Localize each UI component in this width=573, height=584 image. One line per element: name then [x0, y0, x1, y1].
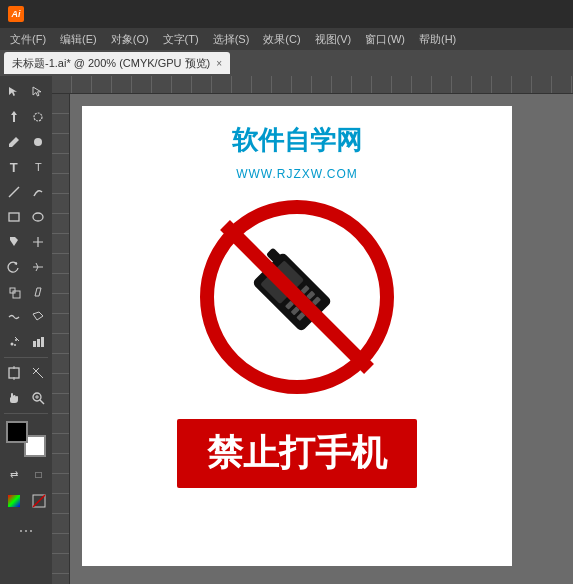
tool-row-hand	[2, 386, 50, 410]
svg-line-36	[225, 225, 369, 369]
site-name: 软件自学网	[232, 126, 362, 155]
tool-row-warp	[2, 305, 50, 329]
blob-brush-tool[interactable]	[27, 130, 51, 154]
shear-tool[interactable]	[27, 280, 51, 304]
menu-object[interactable]: 对象(O)	[105, 30, 155, 49]
site-url: WWW.RJZXW.COM	[236, 167, 358, 181]
rotate-tool[interactable]	[2, 255, 26, 279]
symbol-sprayer-tool[interactable]	[2, 330, 26, 354]
hand-tool[interactable]	[2, 386, 26, 410]
slice-tool[interactable]	[27, 361, 51, 385]
zoom-tool[interactable]	[27, 386, 51, 410]
tool-row-artboard	[2, 361, 50, 385]
column-graph-tool[interactable]	[27, 330, 51, 354]
ellipse-tool[interactable]	[27, 205, 51, 229]
svg-point-1	[34, 138, 42, 146]
canvas-surface: 软件自学网 WWW.RJZXW.COM	[82, 106, 512, 566]
menu-select[interactable]: 选择(S)	[207, 30, 256, 49]
artboard-tool[interactable]	[2, 361, 26, 385]
tool-row-pen	[2, 105, 50, 129]
no-phone-svg	[197, 197, 397, 397]
default-colors-button[interactable]: □	[27, 462, 50, 486]
ruler-top	[52, 76, 573, 94]
svg-rect-12	[41, 337, 44, 347]
tool-row-scale	[2, 280, 50, 304]
main-layout: T T	[0, 76, 573, 584]
pencil-tool[interactable]	[2, 130, 26, 154]
scale-tool[interactable]	[2, 280, 26, 304]
touch-type-tool[interactable]: T	[27, 155, 51, 179]
color-button[interactable]	[2, 489, 25, 513]
svg-rect-20	[8, 495, 20, 507]
pen-tool[interactable]	[2, 105, 26, 129]
swap-colors-button[interactable]: ⇄	[2, 462, 25, 486]
svg-point-9	[14, 344, 16, 346]
tool-row-swap: ⇄ □	[2, 462, 50, 486]
svg-rect-6	[13, 291, 20, 298]
tool-row-rotate	[2, 255, 50, 279]
menu-edit[interactable]: 编辑(E)	[54, 30, 103, 49]
tool-row-pencil	[2, 130, 50, 154]
canvas-area[interactable]: 软件自学网 WWW.RJZXW.COM	[52, 76, 573, 584]
menu-view[interactable]: 视图(V)	[309, 30, 358, 49]
red-banner: 禁止打手机	[177, 419, 417, 488]
svg-rect-11	[37, 339, 40, 347]
artwork-content: 软件自学网 WWW.RJZXW.COM	[177, 126, 417, 488]
free-transform-tool[interactable]	[27, 305, 51, 329]
svg-rect-10	[33, 341, 36, 347]
toolbar-divider-1	[4, 357, 48, 358]
tool-row-type: T T	[2, 155, 50, 179]
lasso-tool[interactable]	[27, 105, 51, 129]
toolbar-divider-2	[4, 413, 48, 414]
app-icon-label: Ai	[12, 9, 21, 19]
svg-point-7	[10, 343, 13, 346]
rectangle-tool[interactable]	[2, 205, 26, 229]
tool-row-paintbucket	[2, 230, 50, 254]
direct-selection-tool[interactable]	[27, 80, 51, 104]
more-tools-button[interactable]: ···	[2, 520, 50, 541]
tool-row-select	[2, 80, 50, 104]
svg-rect-3	[9, 213, 19, 221]
menu-help[interactable]: 帮助(H)	[413, 30, 462, 49]
title-bar: Ai	[0, 0, 573, 28]
banner-text: 禁止打手机	[207, 432, 387, 473]
ruler-left	[52, 94, 70, 584]
arc-tool[interactable]	[27, 180, 51, 204]
svg-line-2	[9, 187, 19, 197]
tab-label: 未标题-1.ai* @ 200% (CMYK/GPU 预览)	[12, 56, 210, 71]
no-phone-sign	[197, 197, 397, 397]
svg-line-17	[40, 400, 44, 404]
foreground-color-box[interactable]	[6, 421, 28, 443]
selection-tool[interactable]	[2, 80, 26, 104]
line-tool[interactable]	[2, 180, 26, 204]
left-toolbar: T T	[0, 76, 52, 584]
tool-row-rect	[2, 205, 50, 229]
svg-line-22	[33, 495, 45, 507]
mesh-tool[interactable]	[27, 230, 51, 254]
tool-row-none	[2, 489, 50, 513]
menu-bar: 文件(F) 编辑(E) 对象(O) 文字(T) 选择(S) 效果(C) 视图(V…	[0, 28, 573, 50]
paintbucket-tool[interactable]	[2, 230, 26, 254]
reflect-tool[interactable]	[27, 255, 51, 279]
tab-close-button[interactable]: ×	[216, 58, 222, 69]
document-tab[interactable]: 未标题-1.ai* @ 200% (CMYK/GPU 预览) ×	[4, 52, 230, 74]
menu-text[interactable]: 文字(T)	[157, 30, 205, 49]
menu-effect[interactable]: 效果(C)	[257, 30, 306, 49]
warp-tool[interactable]	[2, 305, 26, 329]
none-button[interactable]	[27, 489, 50, 513]
tool-row-line	[2, 180, 50, 204]
svg-point-4	[33, 213, 43, 221]
tool-row-symbol	[2, 330, 50, 354]
menu-file[interactable]: 文件(F)	[4, 30, 52, 49]
svg-point-0	[34, 113, 42, 121]
color-boxes	[2, 421, 50, 457]
menu-window[interactable]: 窗口(W)	[359, 30, 411, 49]
svg-rect-13	[9, 368, 19, 378]
app-icon: Ai	[8, 6, 24, 22]
tab-bar: 未标题-1.ai* @ 200% (CMYK/GPU 预览) ×	[0, 50, 573, 76]
type-tool[interactable]: T	[2, 155, 26, 179]
